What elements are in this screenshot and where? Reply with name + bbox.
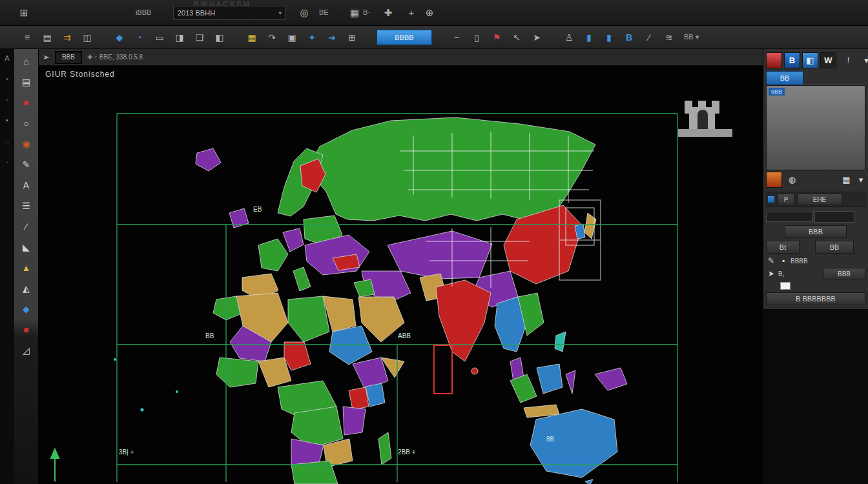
value-input-1[interactable] xyxy=(766,212,812,222)
rail-text-icon[interactable]: A xyxy=(5,54,9,62)
select-box-icon[interactable]: ▣ xyxy=(284,30,300,45)
export-icon[interactable]: ⇉ xyxy=(59,30,75,45)
wave-icon[interactable]: ≋ xyxy=(661,30,677,45)
svg-text:2BB +: 2BB + xyxy=(398,449,416,456)
pointer-icon[interactable]: ➢ xyxy=(43,52,50,62)
bold-icon[interactable]: B xyxy=(621,30,637,45)
frame-icon[interactable]: ▭ xyxy=(152,30,167,45)
red-style-button[interactable] xyxy=(766,52,782,68)
arrow-right-icon[interactable]: ➜ xyxy=(324,30,340,45)
canvas-tab[interactable]: BBB xyxy=(55,51,82,64)
panel-tool-icon[interactable]: ▤ xyxy=(19,75,34,89)
pin-icon[interactable]: ✚ xyxy=(381,6,395,20)
toolbar-tail-label[interactable]: BB ▾ xyxy=(684,33,699,41)
circle-tool-icon[interactable]: ○ xyxy=(19,116,34,130)
menu-item-1[interactable]: iBBB xyxy=(136,8,151,16)
add-icon[interactable]: + xyxy=(404,6,418,20)
preview-pane[interactable]: 6BB xyxy=(766,85,865,170)
red-selection-rect[interactable] xyxy=(434,345,452,394)
panel-icon[interactable]: ◫ xyxy=(79,30,95,45)
pen-icon[interactable]: ✎ xyxy=(766,256,776,265)
page-icon[interactable]: ▯ xyxy=(469,30,484,45)
apply-button[interactable]: BBB xyxy=(785,225,847,238)
minus-icon[interactable]: − xyxy=(449,30,464,45)
helper-button[interactable]: BBB xyxy=(823,268,865,279)
value-input-2[interactable] xyxy=(814,211,854,223)
coordinates-readout: ✚ ↑ BBE, 338.0.5.8 xyxy=(87,54,143,61)
star-tool-icon[interactable]: ✦ xyxy=(304,30,320,45)
blue-tool-button[interactable]: ◧ xyxy=(802,52,818,68)
white-color-swatch[interactable] xyxy=(780,282,790,290)
rail-circle-icon[interactable]: ◦ xyxy=(6,96,8,103)
tool-palette: ⌂ ▤ ■ ○ ◉ ✎ A ☰ ∕ ◣ ▲ ◭ ◆ ■ ◿ xyxy=(14,49,39,484)
map-canvas[interactable]: GIUR Stonisched xyxy=(39,66,763,484)
panel-bottom-button[interactable]: B BBBBBBB xyxy=(766,292,865,305)
p-button[interactable]: P xyxy=(778,194,794,205)
swatch-row xyxy=(766,282,865,290)
record-tool-icon[interactable]: ◉ xyxy=(19,137,34,151)
snap-corner-icon[interactable]: ↖ xyxy=(509,30,524,45)
pie-tool-icon[interactable]: ◔ xyxy=(132,30,147,45)
red-square-tool[interactable]: ■ xyxy=(19,323,34,337)
copy-icon[interactable]: ❏ xyxy=(192,30,207,45)
document-icon[interactable]: ▤ xyxy=(39,30,55,45)
style-combo-box[interactable]: 2013 BBHH ▾ xyxy=(173,6,286,20)
globe-icon[interactable]: ⊕ xyxy=(422,6,437,20)
canvas-toolbar: ➢ BBB ✚ ↑ BBE, 338.0.5.8 xyxy=(39,49,763,66)
cursor-icon[interactable]: ➤ xyxy=(529,30,544,45)
hamburger-icon[interactable]: ≡ xyxy=(19,30,35,45)
grid-caret-icon[interactable]: ▾ xyxy=(856,172,865,188)
rail-square-icon[interactable]: ▫ xyxy=(6,75,8,83)
option-a-button[interactable]: Bt xyxy=(766,241,800,254)
red-swatch-tool[interactable]: ■ xyxy=(19,96,34,110)
checkbox-icon[interactable]: ▪ xyxy=(778,256,789,265)
mode-strip: P EHE xyxy=(765,192,866,207)
active-tool-button[interactable]: BBBB xyxy=(377,30,432,45)
person-icon[interactable]: ♙ xyxy=(561,30,577,45)
wide-button-row: BBB xyxy=(766,225,865,238)
layers-icon[interactable]: ▦ xyxy=(347,6,362,20)
text-tool-icon[interactable]: A xyxy=(19,178,34,192)
disk-icon[interactable]: ◍ xyxy=(784,172,800,188)
mini-blue-icon[interactable] xyxy=(767,196,775,203)
warning-tool-icon[interactable]: ▲ xyxy=(19,261,34,275)
option-b-button[interactable]: BB xyxy=(815,241,854,254)
menu-item-3[interactable]: B· xyxy=(363,8,370,16)
half-square-icon[interactable]: ◧ xyxy=(212,30,227,45)
orange-style-button[interactable] xyxy=(766,172,782,188)
bottom-button-row: B BBBBBBB xyxy=(766,292,865,305)
rail-block-icon[interactable]: ▪ xyxy=(6,116,8,124)
w-mode-button[interactable]: W xyxy=(820,52,836,68)
button-pair-row: Bt BB xyxy=(766,241,865,254)
window-icon[interactable]: ⊞ xyxy=(344,30,360,45)
diamond-swatch-tool[interactable]: ◆ xyxy=(19,302,34,316)
pen-tool-icon[interactable]: ✎ xyxy=(19,157,34,172)
bar-icon-1[interactable]: ▮ xyxy=(581,30,597,45)
bar-icon-2[interactable]: ▮ xyxy=(601,30,617,45)
rail-dots-icon[interactable]: ‥ xyxy=(5,137,9,145)
flag-icon[interactable]: ⚑ xyxy=(489,30,504,45)
redo-icon[interactable]: ↷ xyxy=(264,30,280,45)
window-corner-icon[interactable]: ⊞ xyxy=(17,6,31,20)
menu-item-2[interactable]: BE xyxy=(319,8,329,16)
diamond-tool-icon[interactable]: ◆ xyxy=(112,30,127,45)
panel-caret-icon[interactable]: ▾ xyxy=(858,52,868,68)
grid-view-icon[interactable]: ▦ xyxy=(838,172,854,188)
grid-icon[interactable]: ▦ xyxy=(244,30,260,45)
select-cursor-icon[interactable]: ➤ xyxy=(766,269,776,278)
slash-tool-icon[interactable]: ∕ xyxy=(19,219,34,234)
alert-icon[interactable]: ! xyxy=(840,52,856,68)
home-tool-icon[interactable]: ⌂ xyxy=(19,54,34,68)
help-icon[interactable]: ◎ xyxy=(297,6,311,20)
split-view-icon[interactable]: ◨ xyxy=(172,30,187,45)
ehe-button[interactable]: EHE xyxy=(797,194,842,205)
lines-tool-icon[interactable]: ☰ xyxy=(19,199,34,213)
mountain-tool-icon[interactable]: ◭ xyxy=(19,281,34,296)
combo-value: 2013 BBHH xyxy=(178,9,215,17)
wedge-tool-icon[interactable]: ◣ xyxy=(19,240,34,254)
rail-dot-icon[interactable]: · xyxy=(6,158,8,166)
bold-b-button[interactable]: B xyxy=(784,52,800,68)
line-tool-icon[interactable]: ∕ xyxy=(641,30,657,45)
angle-tool-icon[interactable]: ◿ xyxy=(19,343,34,358)
preview-tab[interactable]: BB xyxy=(766,71,803,85)
